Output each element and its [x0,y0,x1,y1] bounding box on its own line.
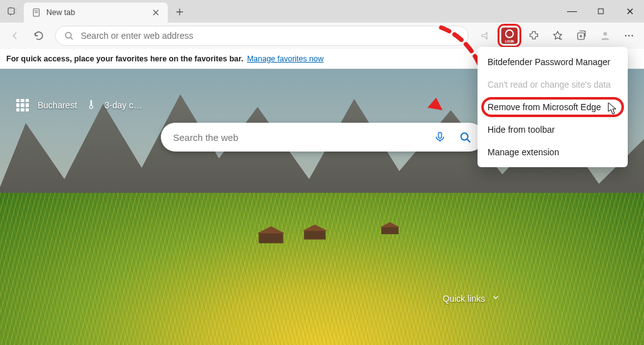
profile-button[interactable] [594,24,616,47]
quick-links-label: Quick links [442,294,485,304]
extension-highlight: LOGIN [498,24,521,48]
context-menu-hide[interactable]: Hide from toolbar [478,118,628,141]
context-menu-cant-read: Can't read or change site's data [478,73,628,96]
toolbar: LOGIN [0,23,644,49]
more-button[interactable] [618,24,640,47]
manage-favorites-link[interactable]: Manage favorites now [247,54,324,63]
minimize-icon: — [567,6,577,17]
context-menu-remove[interactable]: Remove from Microsoft Edge [478,96,628,118]
thermometer-icon [86,100,96,111]
extensions-button[interactable] [523,24,545,47]
window-close-button[interactable]: ✕ [615,0,644,23]
svg-point-5 [603,32,607,36]
web-search-box[interactable] [161,123,484,152]
voice-search-button[interactable] [427,125,452,150]
context-menu-title: Bitdefender Password Manager [478,51,628,73]
favorites-hint: For quick access, place your favorites h… [6,54,243,63]
window-maximize-button[interactable] [586,0,615,23]
web-search-input[interactable] [173,132,427,143]
window-minimize-button[interactable]: — [558,0,586,23]
svg-rect-2 [598,9,603,14]
back-button[interactable] [4,24,26,47]
bitdefender-extension-icon: LOGIN [501,28,518,44]
quick-links-toggle[interactable]: Quick links [442,293,500,304]
svg-rect-9 [438,133,441,138]
address-input[interactable] [81,31,461,41]
new-tab-button[interactable] [170,3,189,21]
refresh-button[interactable] [28,24,50,47]
page-icon [31,8,41,18]
apps-launcher-icon[interactable] [16,99,29,111]
close-icon: ✕ [626,6,634,18]
info-row: Bucharest 3-day c… [16,99,142,111]
tab-close-button[interactable] [150,7,161,18]
window-controls: — ✕ [558,0,644,23]
svg-point-3 [66,33,71,38]
forecast-label[interactable]: 3-day c… [105,100,142,110]
address-bar[interactable] [55,26,469,46]
location-label[interactable]: Bucharest [38,100,77,110]
bitdefender-extension-button[interactable]: LOGIN [500,26,519,45]
cursor-icon [608,102,616,115]
svg-rect-0 [8,8,14,14]
tab-title: New tab [46,8,145,17]
context-menu-manage[interactable]: Manage extension [478,141,628,163]
browser-tab[interactable]: New tab [24,3,168,23]
tab-actions-button[interactable] [0,0,24,23]
collections-button[interactable] [570,24,593,47]
svg-point-6 [625,35,626,36]
chevron-down-icon [491,293,500,304]
svg-point-10 [461,133,468,140]
favorites-button[interactable] [546,24,569,47]
extension-icon-label: LOGIN [505,39,514,43]
context-menu-remove-label: Remove from Microsoft Edge [488,102,601,112]
svg-point-8 [631,35,633,36]
svg-point-7 [628,35,630,36]
titlebar: New tab — ✕ [0,0,644,23]
web-search-button[interactable] [452,125,478,150]
search-icon [63,30,74,41]
extension-context-menu: Bitdefender Password Manager Can't read … [478,47,628,167]
